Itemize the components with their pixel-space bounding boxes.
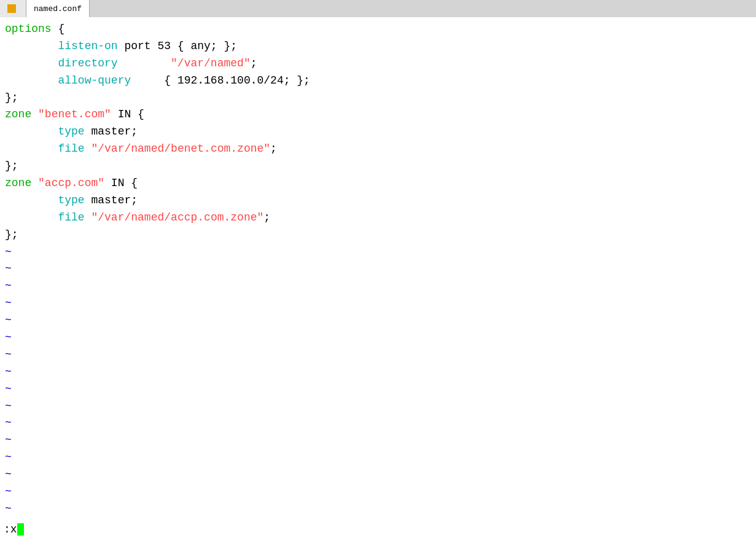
- code-token: "benet.com": [38, 106, 111, 123]
- code-line: };: [0, 227, 756, 244]
- code-line: file "/var/named/benet.com.zone";: [0, 141, 756, 158]
- code-line: ~: [0, 415, 756, 432]
- code-token: [31, 175, 38, 192]
- code-line: ~: [0, 483, 756, 501]
- code-token: ;: [251, 55, 257, 72]
- code-line: };: [0, 158, 756, 175]
- code-token: master;: [85, 123, 138, 141]
- code-line: type master;: [0, 123, 756, 141]
- code-token: type: [58, 123, 84, 141]
- code-line: ~: [0, 312, 756, 329]
- editor-container: named.conf options { listen-on port 53 {…: [0, 0, 756, 538]
- code-token: ~: [5, 244, 12, 261]
- code-line: ~: [0, 449, 756, 466]
- code-line: ~: [0, 432, 756, 449]
- code-token: [5, 38, 58, 55]
- code-line: ~: [0, 501, 756, 518]
- code-token: { 192.168.100.0/24; };: [131, 72, 310, 90]
- code-token: ;: [270, 141, 277, 158]
- code-token: ~: [5, 466, 12, 483]
- code-token: "/var/named/accp.com.zone": [91, 209, 263, 227]
- code-line: directory "/var/named";: [0, 55, 756, 72]
- code-token: directory: [58, 55, 117, 72]
- tab-label: named.conf: [34, 4, 82, 14]
- code-line: ~: [0, 295, 756, 312]
- code-token: IN {: [111, 106, 144, 123]
- code-token: [85, 141, 92, 158]
- command-text: :x: [4, 523, 17, 536]
- tab-icon-tab[interactable]: [0, 0, 26, 17]
- code-token: ~: [5, 278, 12, 295]
- code-token: type: [58, 192, 84, 209]
- code-token: [31, 106, 38, 123]
- code-line: zone "benet.com" IN {: [0, 106, 756, 123]
- code-line: ~: [0, 364, 756, 381]
- code-line: zone "accp.com" IN {: [0, 175, 756, 192]
- code-token: "/var/named/benet.com.zone": [91, 141, 270, 158]
- cursor-block: [17, 523, 24, 536]
- code-line: ~: [0, 381, 756, 398]
- code-token: ~: [5, 449, 12, 466]
- code-token: [118, 55, 171, 72]
- code-token: port 53 { any; };: [118, 38, 237, 55]
- code-editor[interactable]: options { listen-on port 53 { any; }; di…: [0, 17, 756, 521]
- code-token: ~: [5, 415, 12, 432]
- code-token: ~: [5, 381, 12, 398]
- code-line: ~: [0, 244, 756, 261]
- code-line: ~: [0, 260, 756, 278]
- code-token: master;: [85, 192, 138, 209]
- code-token: options: [5, 21, 52, 38]
- code-token: ~: [5, 501, 12, 518]
- code-token: ;: [263, 209, 270, 227]
- code-token: ~: [5, 483, 12, 501]
- code-line: options {: [0, 21, 756, 38]
- code-token: zone: [5, 175, 31, 192]
- code-line: ~: [0, 346, 756, 364]
- code-token: ~: [5, 432, 12, 449]
- code-token: ~: [5, 329, 12, 346]
- code-token: [5, 209, 58, 227]
- code-line: ~: [0, 329, 756, 346]
- code-token: IN {: [104, 175, 138, 192]
- code-token: "accp.com": [38, 175, 104, 192]
- code-token: [5, 72, 58, 90]
- code-token: };: [5, 158, 18, 175]
- orange-icon: [7, 4, 16, 13]
- code-token: ~: [5, 260, 12, 278]
- code-token: [5, 55, 58, 72]
- command-line: :x: [4, 523, 24, 536]
- code-token: allow-query: [58, 72, 131, 90]
- code-token: [5, 123, 58, 141]
- code-token: [85, 209, 92, 227]
- code-token: zone: [5, 106, 31, 123]
- code-line: };: [0, 90, 756, 107]
- code-line: type master;: [0, 192, 756, 209]
- code-token: ~: [5, 346, 12, 364]
- code-token: ~: [5, 364, 12, 381]
- code-token: file: [58, 141, 84, 158]
- code-token: file: [58, 209, 84, 227]
- code-token: ~: [5, 295, 12, 312]
- code-line: allow-query { 192.168.100.0/24; };: [0, 72, 756, 90]
- code-token: ~: [5, 398, 12, 415]
- code-line: listen-on port 53 { any; };: [0, 38, 756, 55]
- status-bar: :x: [0, 521, 756, 538]
- code-token: "/var/named": [171, 55, 251, 72]
- code-token: [5, 141, 58, 158]
- code-line: file "/var/named/accp.com.zone";: [0, 209, 756, 227]
- code-line: ~: [0, 466, 756, 483]
- code-token: ~: [5, 312, 12, 329]
- code-token: [5, 192, 58, 209]
- tab-named-conf[interactable]: named.conf: [26, 0, 90, 17]
- code-token: listen-on: [58, 38, 117, 55]
- code-line: ~: [0, 398, 756, 415]
- code-token: };: [5, 227, 18, 244]
- code-token: };: [5, 90, 18, 107]
- code-line: ~: [0, 278, 756, 295]
- tab-bar: named.conf: [0, 0, 756, 17]
- code-token: {: [52, 21, 65, 38]
